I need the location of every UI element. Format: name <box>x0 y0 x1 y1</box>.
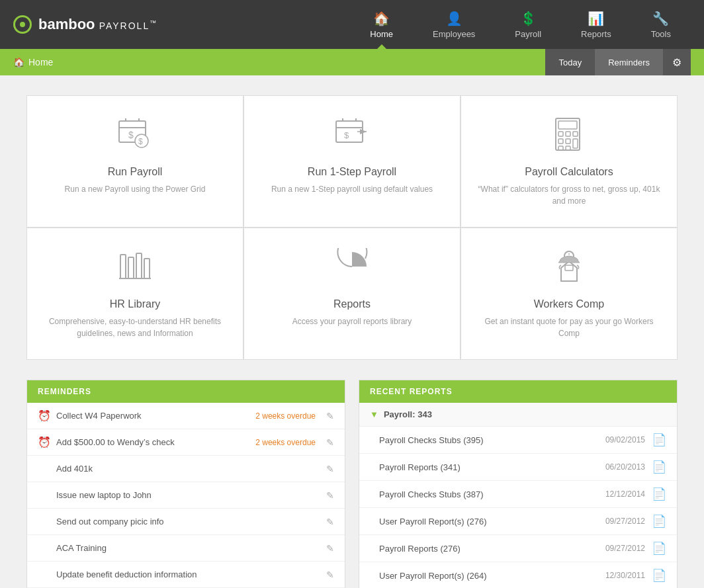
nav-item-home[interactable]: 🏠 Home <box>350 0 413 49</box>
svg-text:$: $ <box>344 130 349 140</box>
svg-rect-23 <box>120 255 126 278</box>
pdf-icon-0[interactable]: 📄 <box>652 433 666 447</box>
report-item-4: Payroll Reports (276) 09/27/2012 📄 <box>359 535 677 562</box>
clock-icon-w4: ⏰ <box>38 409 51 422</box>
card-run-1step-payroll[interactable]: $ Run 1-Step Payroll Run a new 1-Step pa… <box>244 96 460 227</box>
home-icon: 🏠 <box>373 11 390 26</box>
nav-items: 🏠 Home 👤 Employees 💲 Payroll 📊 Reports 🔧… <box>350 0 691 49</box>
svg-text:$: $ <box>138 137 143 146</box>
recent-reports-panel: RECENT REPORTS ▼ Payroll: 343 Payroll Ch… <box>359 380 678 588</box>
edit-icon-401k[interactable]: ✎ <box>321 464 334 474</box>
hr-library-icon <box>116 248 154 290</box>
placeholder-icon-401k: ⏰ <box>38 462 51 475</box>
run-payroll-icon: $ $ <box>116 116 154 158</box>
pdf-icon-4[interactable]: 📄 <box>652 541 666 556</box>
svg-rect-17 <box>573 132 578 136</box>
pdf-icon-5[interactable]: 📄 <box>652 568 666 583</box>
brand-name: bamboo PAYROLL™ <box>38 16 157 33</box>
run-1step-payroll-title: Run 1-Step Payroll <box>308 166 396 178</box>
hr-library-desc: Comprehensive, easy-to-understand HR ben… <box>40 315 230 339</box>
edit-icon-wendy[interactable]: ✎ <box>321 437 334 448</box>
report-name-0: Payroll Checks Stubs (395) <box>379 435 605 445</box>
card-workers-comp[interactable]: Workers Comp Get an instant quote for pa… <box>461 228 677 359</box>
workers-comp-title: Workers Comp <box>534 298 604 310</box>
logo-icon <box>13 15 32 34</box>
today-button[interactable]: Today <box>545 49 595 75</box>
nav-item-reports[interactable]: 📊 Reports <box>561 0 631 49</box>
report-name-3: User Payroll Report(s) (276) <box>379 517 605 526</box>
placeholder-icon-aca: ⏰ <box>38 542 51 554</box>
report-item-3: User Payroll Report(s) (276) 09/27/2012 … <box>359 508 677 535</box>
pdf-icon-1[interactable]: 📄 <box>652 460 666 474</box>
bottom-section: REMINDERS ⏰ Collect W4 Paperwork 2 weeks… <box>26 380 678 588</box>
card-reports[interactable]: Reports Access your payroll reports libr… <box>244 228 460 359</box>
edit-icon-benefit[interactable]: ✎ <box>321 569 334 580</box>
placeholder-icon-benefit: ⏰ <box>38 568 51 581</box>
top-navigation: bamboo PAYROLL™ 🏠 Home 👤 Employees 💲 Pay… <box>0 0 704 49</box>
workers-comp-icon <box>550 248 588 290</box>
report-date-4: 09/27/2012 <box>605 544 645 553</box>
card-hr-library[interactable]: HR Library Comprehensive, easy-to-unders… <box>27 228 243 359</box>
report-date-1: 06/20/2013 <box>605 462 645 472</box>
reminder-text-aca: ACA Training <box>56 543 316 553</box>
nav-item-payroll[interactable]: 💲 Payroll <box>495 0 561 49</box>
reminder-item-401k: ⏰ Add 401k ✎ <box>27 456 345 482</box>
run-payroll-desc: Run a new Payroll using the Power Grid <box>65 183 206 195</box>
reminder-text-wendy: Add $500.00 to Wendy’s check <box>56 437 250 447</box>
edit-icon-picnic[interactable]: ✎ <box>321 517 334 527</box>
nav-item-employees[interactable]: 👤 Employees <box>413 0 495 49</box>
workers-comp-desc: Get an instant quote for pay as your go … <box>474 315 664 339</box>
svg-rect-13 <box>556 118 580 150</box>
report-name-5: User Payroll Report(s) (264) <box>379 571 605 581</box>
report-date-2: 12/12/2014 <box>605 489 645 499</box>
reminder-item-benefit: ⏰ Update benefit deduction information ✎ <box>27 562 345 588</box>
svg-rect-24 <box>128 257 134 278</box>
svg-rect-20 <box>573 139 578 148</box>
reminder-item-wendy: ⏰ Add $500.00 to Wendy’s check 2 weeks o… <box>27 429 345 456</box>
report-name-1: Payroll Reports (341) <box>379 462 605 472</box>
reports-card-title: Reports <box>333 298 371 310</box>
reminder-text-w4: Collect W4 Paperwork <box>56 411 250 421</box>
pdf-icon-2[interactable]: 📄 <box>652 487 666 501</box>
report-name-2: Payroll Checks Stubs (387) <box>379 489 605 499</box>
placeholder-icon-laptop: ⏰ <box>38 489 51 501</box>
report-item-0: Payroll Checks Stubs (395) 09/02/2015 📄 <box>359 427 677 454</box>
employees-icon: 👤 <box>446 11 462 26</box>
card-run-payroll[interactable]: $ $ Run Payroll Run a new Payroll using … <box>27 96 243 227</box>
nav-item-reports-label: Reports <box>581 29 611 39</box>
edit-icon-laptop[interactable]: ✎ <box>321 490 334 501</box>
card-payroll-calculators[interactable]: Payroll Calculators “What if” calculator… <box>461 96 677 227</box>
tools-icon: 🔧 <box>652 11 669 26</box>
edit-icon-w4[interactable]: ✎ <box>321 411 334 421</box>
report-date-3: 09/27/2012 <box>605 517 645 526</box>
report-group-header[interactable]: ▼ Payroll: 343 <box>359 403 677 427</box>
reports-card-icon <box>333 248 371 290</box>
payroll-calculators-title: Payroll Calculators <box>525 166 613 178</box>
pdf-icon-3[interactable]: 📄 <box>652 514 666 528</box>
reminder-item-picnic: ⏰ Send out company picic info ✎ <box>27 509 345 535</box>
reminder-text-picnic: Send out company picic info <box>56 517 316 526</box>
settings-button[interactable]: ⚙ <box>663 49 691 75</box>
nav-item-tools[interactable]: 🔧 Tools <box>631 0 691 49</box>
clock-icon-wendy: ⏰ <box>38 436 51 448</box>
payroll-calculators-icon <box>550 116 588 158</box>
run-payroll-title: Run Payroll <box>108 166 163 178</box>
reminders-button[interactable]: Reminders <box>595 49 663 75</box>
edit-icon-aca[interactable]: ✎ <box>321 543 334 554</box>
report-item-5: User Payroll Report(s) (264) 12/30/2011 … <box>359 562 677 588</box>
report-date-5: 12/30/2011 <box>605 571 645 580</box>
svg-rect-16 <box>566 132 570 136</box>
run-1step-payroll-desc: Run a new 1-Step payroll using default v… <box>271 183 433 195</box>
payroll-calculators-desc: “What if” calculators for gross to net, … <box>474 183 664 207</box>
report-item-2: Payroll Checks Stubs (387) 12/12/2014 📄 <box>359 481 677 508</box>
report-date-0: 09/02/2015 <box>605 435 645 444</box>
reminder-text-laptop: Issue new laptop to John <box>56 490 316 500</box>
nav-item-home-label: Home <box>370 29 393 39</box>
nav-item-employees-label: Employees <box>433 29 475 39</box>
overdue-badge-wendy: 2 weeks overdue <box>255 438 316 447</box>
reminders-panel-header: REMINDERS <box>27 380 345 403</box>
placeholder-icon-picnic: ⏰ <box>38 515 51 528</box>
hr-library-title: HR Library <box>110 298 160 310</box>
svg-rect-19 <box>566 139 570 144</box>
report-name-4: Payroll Reports (276) <box>379 544 605 554</box>
